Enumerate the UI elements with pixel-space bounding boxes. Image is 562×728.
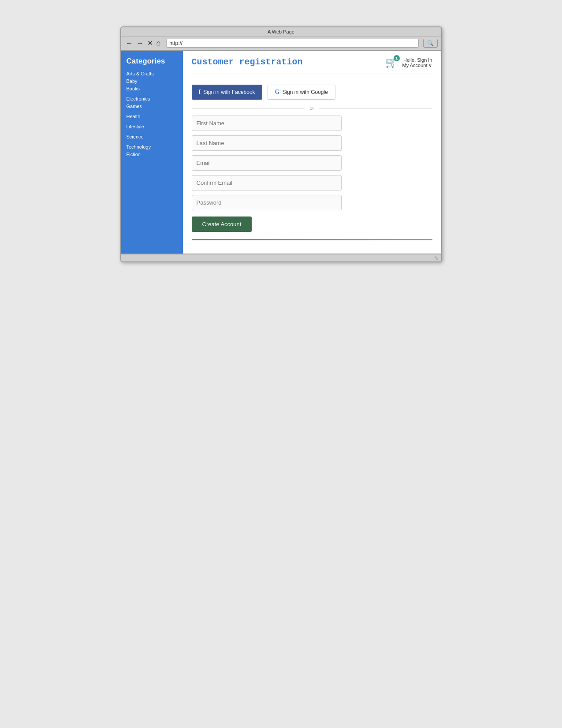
google-label: Sign in with Google: [282, 89, 328, 95]
browser-title-bar: A Web Page: [121, 27, 441, 37]
first-name-input[interactable]: [192, 116, 342, 131]
browser-window: A Web Page ← → ✕ ⌂ 🔍 Categories Arts & C…: [120, 26, 442, 262]
hello-text: Hello, Sign In: [402, 57, 432, 63]
facebook-label: Sign in with Facebook: [203, 89, 255, 95]
password-input[interactable]: [192, 195, 342, 210]
home-button[interactable]: ⌂: [155, 39, 162, 48]
sidebar-item-baby[interactable]: Baby: [127, 78, 178, 84]
create-account-button[interactable]: Create Account: [192, 217, 252, 232]
sidebar-item-lifestyle[interactable]: Lifestyle: [127, 124, 178, 129]
browser-title: A Web Page: [268, 29, 294, 34]
sidebar-item-books[interactable]: Books: [127, 86, 178, 91]
cart-badge: 1: [394, 55, 400, 61]
facebook-icon: f: [199, 89, 201, 96]
header-right: 🛒 1 Hello, Sign In My Account ∨: [385, 57, 432, 68]
sidebar-item-arts-crafts[interactable]: Arts & Crafts: [127, 71, 178, 76]
registration-form: f Sign in with Facebook G Sign in with G…: [192, 80, 432, 245]
page-layout: Categories Arts & Crafts Baby Books Elec…: [121, 51, 441, 254]
page-title: Customer registration: [192, 57, 303, 67]
resize-handle-icon: ⤡: [434, 255, 439, 261]
forward-button[interactable]: →: [135, 39, 145, 48]
bottom-border: [192, 239, 432, 240]
sidebar-item-electronics[interactable]: Electronics: [127, 96, 178, 101]
nav-icons: ← → ✕ ⌂: [125, 39, 162, 48]
main-header: Customer registration 🛒 1 Hello, Sign In…: [192, 57, 432, 74]
email-input[interactable]: [192, 155, 342, 171]
url-input[interactable]: [169, 40, 415, 46]
last-name-input[interactable]: [192, 135, 342, 151]
or-divider: or: [192, 105, 432, 111]
or-text: or: [305, 105, 319, 111]
close-button[interactable]: ✕: [146, 39, 154, 48]
my-account-text: My Account ∨: [402, 63, 432, 68]
facebook-signin-button[interactable]: f Sign in with Facebook: [192, 85, 262, 100]
sidebar-title: Categories: [127, 57, 178, 66]
browser-toolbar: ← → ✕ ⌂ 🔍: [121, 37, 441, 51]
cart-icon-wrapper[interactable]: 🛒 1: [385, 57, 397, 68]
url-bar-container: [166, 39, 418, 48]
search-button[interactable]: 🔍: [423, 39, 438, 48]
sidebar-item-technology[interactable]: Technology: [127, 144, 178, 149]
google-icon: G: [275, 89, 280, 96]
sidebar-item-games[interactable]: Games: [127, 104, 178, 109]
social-buttons: f Sign in with Facebook G Sign in with G…: [192, 85, 432, 100]
sidebar-item-health[interactable]: Health: [127, 114, 178, 119]
main-content: Customer registration 🛒 1 Hello, Sign In…: [183, 51, 441, 254]
confirm-email-input[interactable]: [192, 175, 342, 190]
back-button[interactable]: ←: [125, 39, 134, 48]
browser-footer: ⤡: [121, 254, 441, 261]
sidebar: Categories Arts & Crafts Baby Books Elec…: [121, 51, 183, 254]
sidebar-item-fiction[interactable]: Fiction: [127, 152, 178, 157]
browser-content: Categories Arts & Crafts Baby Books Elec…: [121, 51, 441, 254]
google-signin-button[interactable]: G Sign in with Google: [268, 85, 335, 100]
sidebar-item-science[interactable]: Science: [127, 134, 178, 139]
account-section[interactable]: Hello, Sign In My Account ∨: [402, 57, 432, 68]
